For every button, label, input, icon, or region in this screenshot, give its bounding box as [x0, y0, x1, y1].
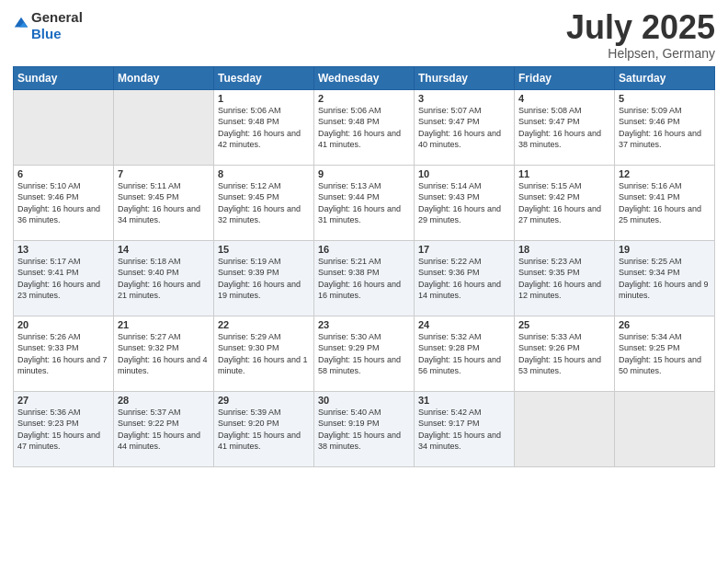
table-row: 31 Sunrise: 5:42 AMSunset: 9:17 PMDaylig…: [415, 391, 515, 466]
day-number: 30: [318, 395, 410, 406]
day-info: Sunrise: 5:18 AMSunset: 9:40 PMDaylight:…: [118, 257, 200, 301]
table-row: 30 Sunrise: 5:40 AMSunset: 9:19 PMDaylig…: [314, 391, 415, 466]
day-number: 21: [118, 319, 210, 330]
day-number: 9: [318, 168, 410, 179]
table-row: [14, 89, 114, 165]
day-info: Sunrise: 5:16 AMSunset: 9:41 PMDaylight:…: [619, 181, 701, 225]
calendar-week-row: 13 Sunrise: 5:17 AMSunset: 9:41 PMDaylig…: [14, 240, 715, 316]
table-row: 18 Sunrise: 5:23 AMSunset: 9:35 PMDaylig…: [515, 240, 615, 316]
day-number: 11: [518, 168, 610, 179]
table-row: 25 Sunrise: 5:33 AMSunset: 9:26 PMDaylig…: [515, 316, 615, 391]
day-number: 18: [518, 244, 610, 255]
table-row: 22 Sunrise: 5:29 AMSunset: 9:30 PMDaylig…: [214, 316, 314, 391]
day-info: Sunrise: 5:07 AMSunset: 9:47 PMDaylight:…: [418, 106, 501, 150]
logo-blue: Blue: [31, 26, 62, 41]
calendar-week-row: 20 Sunrise: 5:26 AMSunset: 9:33 PMDaylig…: [14, 316, 715, 391]
day-number: 4: [518, 93, 610, 104]
title-month-year: July 2025: [566, 9, 715, 46]
day-number: 19: [619, 244, 711, 255]
table-row: 2 Sunrise: 5:06 AMSunset: 9:48 PMDayligh…: [314, 89, 415, 165]
day-number: 2: [318, 93, 410, 104]
table-row: 10 Sunrise: 5:14 AMSunset: 9:43 PMDaylig…: [415, 165, 515, 240]
day-number: 1: [218, 93, 310, 104]
day-info: Sunrise: 5:09 AMSunset: 9:46 PMDaylight:…: [619, 106, 701, 150]
day-number: 23: [318, 319, 410, 330]
col-saturday: Saturday: [615, 66, 715, 89]
table-row: 4 Sunrise: 5:08 AMSunset: 9:47 PMDayligh…: [515, 89, 615, 165]
table-row: 16 Sunrise: 5:21 AMSunset: 9:38 PMDaylig…: [314, 240, 415, 316]
day-number: 27: [17, 395, 109, 406]
day-info: Sunrise: 5:25 AMSunset: 9:34 PMDaylight:…: [619, 257, 709, 301]
table-row: 15 Sunrise: 5:19 AMSunset: 9:39 PMDaylig…: [214, 240, 314, 316]
calendar-table: Sunday Monday Tuesday Wednesday Thursday…: [13, 66, 715, 467]
day-info: Sunrise: 5:06 AMSunset: 9:48 PMDaylight:…: [218, 106, 301, 150]
calendar-week-row: 1 Sunrise: 5:06 AMSunset: 9:48 PMDayligh…: [14, 89, 715, 165]
day-number: 12: [619, 168, 711, 179]
table-row: [515, 391, 615, 466]
table-row: 9 Sunrise: 5:13 AMSunset: 9:44 PMDayligh…: [314, 165, 415, 240]
day-info: Sunrise: 5:22 AMSunset: 9:36 PMDaylight:…: [418, 257, 501, 301]
day-info: Sunrise: 5:39 AMSunset: 9:20 PMDaylight:…: [218, 408, 301, 452]
day-info: Sunrise: 5:36 AMSunset: 9:23 PMDaylight:…: [17, 408, 100, 452]
table-row: 21 Sunrise: 5:27 AMSunset: 9:32 PMDaylig…: [114, 316, 214, 391]
title-location: Helpsen, Germany: [566, 46, 715, 61]
day-number: 5: [619, 93, 711, 104]
day-info: Sunrise: 5:08 AMSunset: 9:47 PMDaylight:…: [518, 106, 601, 150]
table-row: 11 Sunrise: 5:15 AMSunset: 9:42 PMDaylig…: [515, 165, 615, 240]
day-number: 24: [418, 319, 510, 330]
calendar-week-row: 6 Sunrise: 5:10 AMSunset: 9:46 PMDayligh…: [14, 165, 715, 240]
day-info: Sunrise: 5:23 AMSunset: 9:35 PMDaylight:…: [518, 257, 601, 301]
day-number: 13: [17, 244, 109, 255]
table-row: 28 Sunrise: 5:37 AMSunset: 9:22 PMDaylig…: [114, 391, 214, 466]
day-info: Sunrise: 5:27 AMSunset: 9:32 PMDaylight:…: [118, 332, 208, 376]
day-info: Sunrise: 5:26 AMSunset: 9:33 PMDaylight:…: [17, 332, 108, 376]
day-number: 3: [418, 93, 510, 104]
day-info: Sunrise: 5:42 AMSunset: 9:17 PMDaylight:…: [418, 408, 501, 452]
day-info: Sunrise: 5:21 AMSunset: 9:38 PMDaylight:…: [318, 257, 401, 301]
table-row: 3 Sunrise: 5:07 AMSunset: 9:47 PMDayligh…: [415, 89, 515, 165]
page: General Blue July 2025 Helpsen, Germany …: [0, 0, 728, 563]
day-info: Sunrise: 5:06 AMSunset: 9:48 PMDaylight:…: [318, 106, 401, 150]
table-row: 17 Sunrise: 5:22 AMSunset: 9:36 PMDaylig…: [415, 240, 515, 316]
logo-general: General: [31, 9, 83, 25]
table-row: 5 Sunrise: 5:09 AMSunset: 9:46 PMDayligh…: [615, 89, 715, 165]
day-info: Sunrise: 5:34 AMSunset: 9:25 PMDaylight:…: [619, 332, 701, 376]
calendar-header-row: Sunday Monday Tuesday Wednesday Thursday…: [14, 66, 715, 89]
table-row: 14 Sunrise: 5:18 AMSunset: 9:40 PMDaylig…: [114, 240, 214, 316]
day-info: Sunrise: 5:12 AMSunset: 9:45 PMDaylight:…: [218, 181, 301, 225]
header: General Blue July 2025 Helpsen, Germany: [13, 9, 715, 61]
day-info: Sunrise: 5:14 AMSunset: 9:43 PMDaylight:…: [418, 181, 501, 225]
col-sunday: Sunday: [14, 66, 114, 89]
table-row: 23 Sunrise: 5:30 AMSunset: 9:29 PMDaylig…: [314, 316, 415, 391]
day-number: 17: [418, 244, 510, 255]
day-number: 14: [118, 244, 210, 255]
table-row: 8 Sunrise: 5:12 AMSunset: 9:45 PMDayligh…: [214, 165, 314, 240]
col-wednesday: Wednesday: [314, 66, 415, 89]
day-number: 26: [619, 319, 711, 330]
day-info: Sunrise: 5:15 AMSunset: 9:42 PMDaylight:…: [518, 181, 601, 225]
table-row: 19 Sunrise: 5:25 AMSunset: 9:34 PMDaylig…: [615, 240, 715, 316]
col-monday: Monday: [114, 66, 214, 89]
table-row: [114, 89, 214, 165]
day-number: 7: [118, 168, 210, 179]
day-number: 8: [218, 168, 310, 179]
day-info: Sunrise: 5:37 AMSunset: 9:22 PMDaylight:…: [118, 408, 200, 452]
table-row: 24 Sunrise: 5:32 AMSunset: 9:28 PMDaylig…: [415, 316, 515, 391]
logo-icon: [13, 16, 29, 32]
day-number: 25: [518, 319, 610, 330]
table-row: 7 Sunrise: 5:11 AMSunset: 9:45 PMDayligh…: [114, 165, 214, 240]
table-row: 13 Sunrise: 5:17 AMSunset: 9:41 PMDaylig…: [14, 240, 114, 316]
day-info: Sunrise: 5:10 AMSunset: 9:46 PMDaylight:…: [17, 181, 100, 225]
table-row: 12 Sunrise: 5:16 AMSunset: 9:41 PMDaylig…: [615, 165, 715, 240]
table-row: 6 Sunrise: 5:10 AMSunset: 9:46 PMDayligh…: [14, 165, 114, 240]
day-number: 10: [418, 168, 510, 179]
day-number: 16: [318, 244, 410, 255]
logo: General Blue: [13, 9, 83, 42]
day-number: 22: [218, 319, 310, 330]
table-row: 1 Sunrise: 5:06 AMSunset: 9:48 PMDayligh…: [214, 89, 314, 165]
day-info: Sunrise: 5:19 AMSunset: 9:39 PMDaylight:…: [218, 257, 301, 301]
col-tuesday: Tuesday: [214, 66, 314, 89]
day-info: Sunrise: 5:32 AMSunset: 9:28 PMDaylight:…: [418, 332, 501, 376]
day-info: Sunrise: 5:29 AMSunset: 9:30 PMDaylight:…: [218, 332, 308, 376]
day-info: Sunrise: 5:11 AMSunset: 9:45 PMDaylight:…: [118, 181, 200, 225]
